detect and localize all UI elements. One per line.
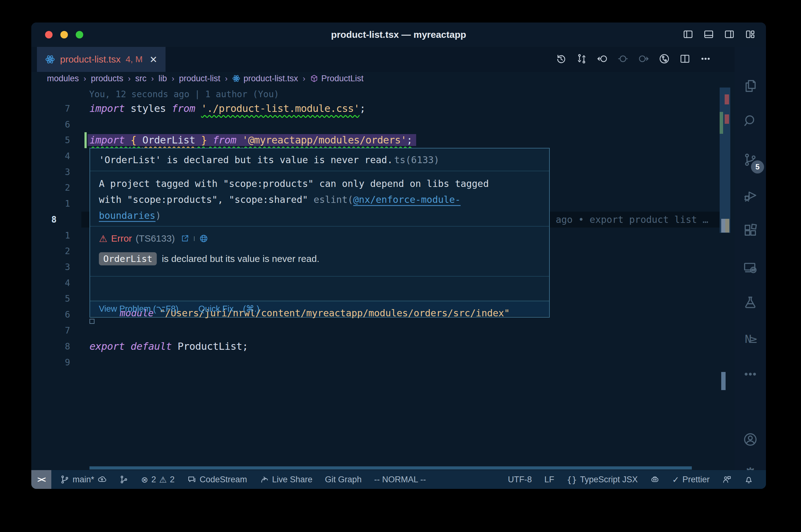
bell-icon bbox=[744, 475, 753, 484]
popup-resize-grip[interactable] bbox=[90, 319, 94, 324]
code-line-import-orderlist[interactable]: import { OrderList } from '@myreactapp/m… bbox=[90, 132, 416, 148]
react-icon bbox=[232, 74, 240, 82]
breadcrumb-separator: › bbox=[128, 74, 130, 83]
source-control-icon[interactable]: 5 bbox=[735, 144, 766, 175]
run-debug-icon[interactable] bbox=[735, 180, 766, 211]
activity-bar: 5 N≥ ⚙ 1 bbox=[735, 47, 766, 470]
error-code: (TS6133) bbox=[136, 233, 175, 244]
tab-label: product-list.tsx bbox=[60, 54, 121, 65]
code-row: 6 bbox=[31, 117, 735, 133]
popup-eslint-message: A project tagged with "scope:products" c… bbox=[90, 171, 549, 227]
breadcrumb-separator: › bbox=[225, 74, 227, 83]
globe-icon[interactable] bbox=[199, 234, 208, 243]
prettier-item[interactable]: ✓ Prettier bbox=[672, 475, 710, 484]
gutter-line-number: 3 bbox=[31, 164, 70, 180]
gutter-line-number: 2 bbox=[31, 180, 70, 196]
vim-mode-indicator[interactable]: -- NORMAL -- bbox=[374, 475, 426, 484]
layout-controls bbox=[683, 22, 755, 47]
symbol-cube-icon bbox=[310, 74, 318, 82]
codestream-icon bbox=[187, 475, 197, 484]
problems-item[interactable]: ⊗ 2 ⚠ 2 bbox=[141, 475, 175, 484]
encoding-item[interactable]: UTF-8 bbox=[508, 475, 532, 484]
breadcrumb-separator: › bbox=[303, 74, 305, 83]
breadcrumb-item-file[interactable]: product-list.tsx bbox=[232, 74, 298, 83]
gutter-line-number: 6 bbox=[31, 307, 70, 323]
live-share-icon bbox=[260, 475, 269, 484]
ruler-cursor-mark bbox=[721, 219, 725, 232]
test-beaker-icon[interactable] bbox=[735, 287, 766, 318]
popup-ts-message: 'OrderList' is declared but its value is… bbox=[90, 149, 549, 171]
gutter-line-number: 8 bbox=[31, 339, 70, 355]
gutter-line-number: 9 bbox=[31, 355, 70, 370]
screen: product-list.tsx — myreactapp bbox=[0, 0, 801, 532]
breadcrumb-item[interactable]: products bbox=[91, 74, 123, 83]
feedback-item[interactable] bbox=[722, 475, 731, 484]
account-icon[interactable] bbox=[735, 424, 766, 455]
graph-item[interactable] bbox=[119, 475, 129, 484]
breadcrumb-item[interactable]: modules bbox=[47, 74, 79, 83]
language-item[interactable]: {} TypeScript JSX bbox=[567, 475, 638, 484]
explorer-icon[interactable] bbox=[735, 70, 766, 101]
error-header-row: ⚠ Error (TS6133) | bbox=[99, 232, 540, 245]
notifications-bell-item[interactable] bbox=[744, 475, 753, 484]
breadcrumb-item-symbol[interactable]: ProductList bbox=[310, 74, 364, 83]
nx-console-icon[interactable]: N≥ bbox=[735, 323, 766, 355]
change-dash-icon[interactable] bbox=[618, 54, 628, 65]
code-row: 9 bbox=[31, 355, 735, 370]
tab-product-list[interactable]: product-list.tsx 4, M ✕ bbox=[37, 47, 165, 72]
git-graph-view-icon[interactable] bbox=[659, 54, 670, 65]
live-share-item[interactable]: Live Share bbox=[260, 475, 313, 484]
symbol-chip: OrderList bbox=[99, 252, 157, 265]
open-external-icon[interactable] bbox=[181, 234, 189, 243]
eslint-message-line3: boundaries) bbox=[99, 208, 540, 224]
braces-icon: {} bbox=[567, 475, 577, 484]
compare-changes-icon[interactable] bbox=[576, 54, 587, 65]
code-line-import-styles[interactable]: import styles from './product-list.modul… bbox=[90, 101, 365, 117]
horizontal-scrollbar[interactable] bbox=[90, 467, 692, 470]
source-control-badge: 5 bbox=[751, 160, 764, 173]
sync-cloud-icon bbox=[97, 475, 107, 484]
gutter-line-number: 5 bbox=[31, 132, 70, 148]
tab-close-icon[interactable]: ✕ bbox=[148, 54, 158, 65]
toggle-panel-icon[interactable] bbox=[703, 29, 714, 41]
code-row: You, 12 seconds ago | 1 author (You) bbox=[31, 86, 735, 102]
git-graph-item[interactable]: Git Graph bbox=[325, 475, 362, 484]
toggle-primary-sidebar-icon[interactable] bbox=[683, 29, 693, 41]
more-views-icon[interactable] bbox=[735, 359, 766, 390]
git-branch-item[interactable]: main* bbox=[60, 475, 107, 484]
split-editor-icon[interactable] bbox=[679, 54, 690, 65]
ruler-info-mark bbox=[725, 219, 729, 232]
gutter-line-number-active: 8 bbox=[51, 212, 57, 228]
popup-error-detail: ⚠ Error (TS6133) | OrderList is declared… bbox=[90, 227, 549, 277]
ts-error-text: 'OrderList' is declared but its value is… bbox=[99, 154, 393, 165]
copilot-item[interactable] bbox=[650, 475, 659, 484]
eslint-rule-link[interactable]: @nx/enforce-module- bbox=[353, 194, 460, 206]
code-row: 5 import { OrderList } from '@myreactapp… bbox=[31, 132, 735, 148]
previous-change-icon[interactable] bbox=[597, 54, 608, 65]
eslint-rule-link[interactable]: boundaries bbox=[99, 210, 156, 222]
editor-actions bbox=[556, 47, 711, 72]
ruler-added-mark bbox=[720, 112, 723, 134]
breadcrumb-item[interactable]: src bbox=[135, 74, 146, 83]
search-icon[interactable] bbox=[735, 105, 766, 136]
codestream-item[interactable]: CodeStream bbox=[187, 475, 247, 484]
extensions-icon[interactable] bbox=[735, 214, 766, 246]
warnings-icon: ⚠ bbox=[159, 475, 167, 484]
view-problem-button[interactable]: View Problem (⌥F8) bbox=[99, 304, 178, 314]
titlebar: product-list.tsx — myreactapp bbox=[31, 22, 766, 47]
eol-item[interactable]: LF bbox=[544, 475, 554, 484]
next-change-icon[interactable] bbox=[638, 54, 649, 65]
customize-layout-icon[interactable] bbox=[745, 29, 755, 41]
quick-fix-button[interactable]: Quick Fix... (⌘.) bbox=[198, 304, 259, 314]
window-title: product-list.tsx — myreactapp bbox=[31, 22, 766, 47]
breadcrumb-separator: › bbox=[172, 74, 174, 83]
remote-indicator[interactable]: >< bbox=[31, 470, 51, 489]
more-actions-icon[interactable] bbox=[700, 54, 711, 65]
error-description-row: OrderList is declared but its value is n… bbox=[99, 252, 540, 265]
toggle-secondary-sidebar-icon[interactable] bbox=[724, 29, 735, 41]
breadcrumb-item[interactable]: product-list bbox=[179, 74, 220, 83]
remote-explorer-icon[interactable] bbox=[735, 252, 766, 284]
vertical-scrollbar[interactable] bbox=[720, 88, 730, 233]
breadcrumb-item[interactable]: lib bbox=[159, 74, 167, 83]
timeline-history-icon[interactable] bbox=[556, 54, 566, 65]
